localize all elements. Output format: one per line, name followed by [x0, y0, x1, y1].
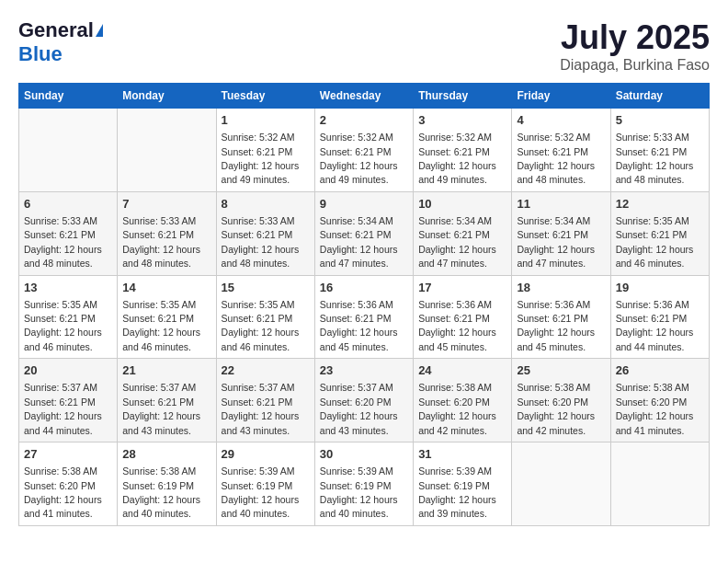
day-number: 9	[320, 196, 408, 213]
day-info: Sunrise: 5:32 AM Sunset: 6:21 PM Dayligh…	[320, 132, 398, 185]
calendar-day-cell: 4Sunrise: 5:32 AM Sunset: 6:21 PM Daylig…	[512, 109, 610, 192]
calendar-day-cell: 23Sunrise: 5:37 AM Sunset: 6:20 PM Dayli…	[314, 359, 413, 442]
weekday-header: Thursday	[414, 84, 512, 109]
calendar-header-row: SundayMondayTuesdayWednesdayThursdayFrid…	[19, 84, 710, 109]
calendar-day-cell: 8Sunrise: 5:33 AM Sunset: 6:21 PM Daylig…	[216, 191, 314, 275]
day-number: 21	[122, 362, 210, 379]
day-number: 18	[517, 280, 605, 296]
page-title: July 2025	[560, 18, 710, 57]
day-number: 27	[24, 446, 112, 463]
weekday-header: Tuesday	[216, 84, 314, 109]
page-location: Diapaga, Burkina Faso	[560, 57, 710, 74]
day-number: 6	[24, 196, 112, 213]
day-number: 31	[418, 446, 506, 463]
day-number: 28	[122, 446, 210, 463]
day-number: 8	[222, 196, 310, 213]
calendar-day-cell: 28Sunrise: 5:38 AM Sunset: 6:19 PM Dayli…	[118, 442, 216, 526]
calendar-day-cell: 2Sunrise: 5:32 AM Sunset: 6:21 PM Daylig…	[314, 109, 413, 192]
day-info: Sunrise: 5:33 AM Sunset: 6:21 PM Dayligh…	[24, 215, 102, 269]
weekday-header: Saturday	[610, 84, 709, 109]
day-number: 3	[418, 112, 506, 129]
day-info: Sunrise: 5:37 AM Sunset: 6:21 PM Dayligh…	[122, 382, 200, 435]
day-number: 11	[517, 196, 605, 213]
day-info: Sunrise: 5:38 AM Sunset: 6:19 PM Dayligh…	[122, 465, 200, 519]
calendar-day-cell	[19, 109, 118, 192]
calendar-day-cell: 6Sunrise: 5:33 AM Sunset: 6:21 PM Daylig…	[19, 191, 118, 275]
day-number: 25	[517, 362, 605, 379]
calendar-day-cell: 24Sunrise: 5:38 AM Sunset: 6:20 PM Dayli…	[414, 359, 512, 442]
calendar-day-cell: 9Sunrise: 5:34 AM Sunset: 6:21 PM Daylig…	[314, 191, 413, 275]
calendar-day-cell: 5Sunrise: 5:33 AM Sunset: 6:21 PM Daylig…	[610, 109, 709, 192]
calendar-week-row: 20Sunrise: 5:37 AM Sunset: 6:21 PM Dayli…	[19, 359, 710, 442]
day-info: Sunrise: 5:35 AM Sunset: 6:21 PM Dayligh…	[24, 299, 102, 352]
calendar-day-cell: 20Sunrise: 5:37 AM Sunset: 6:21 PM Dayli…	[19, 359, 118, 442]
day-info: Sunrise: 5:36 AM Sunset: 6:21 PM Dayligh…	[320, 299, 398, 352]
calendar-day-cell: 1Sunrise: 5:32 AM Sunset: 6:21 PM Daylig…	[216, 109, 314, 192]
day-info: Sunrise: 5:37 AM Sunset: 6:21 PM Dayligh…	[222, 382, 300, 435]
calendar-day-cell: 27Sunrise: 5:38 AM Sunset: 6:20 PM Dayli…	[19, 442, 118, 526]
day-number: 4	[517, 112, 605, 129]
calendar-week-row: 13Sunrise: 5:35 AM Sunset: 6:21 PM Dayli…	[19, 275, 710, 359]
day-info: Sunrise: 5:38 AM Sunset: 6:20 PM Dayligh…	[616, 382, 694, 435]
logo-blue: Blue	[18, 42, 63, 66]
calendar-day-cell: 31Sunrise: 5:39 AM Sunset: 6:19 PM Dayli…	[414, 442, 512, 526]
day-number: 19	[616, 280, 704, 296]
day-number: 10	[418, 196, 506, 213]
day-number: 24	[418, 362, 506, 379]
day-info: Sunrise: 5:36 AM Sunset: 6:21 PM Dayligh…	[517, 299, 595, 352]
day-info: Sunrise: 5:37 AM Sunset: 6:21 PM Dayligh…	[24, 382, 102, 435]
day-info: Sunrise: 5:33 AM Sunset: 6:21 PM Dayligh…	[616, 132, 694, 185]
day-number: 17	[418, 280, 506, 296]
day-number: 5	[616, 112, 704, 129]
day-number: 23	[320, 362, 408, 379]
day-info: Sunrise: 5:32 AM Sunset: 6:21 PM Dayligh…	[517, 132, 595, 185]
calendar-day-cell	[512, 442, 610, 526]
calendar-body: 1Sunrise: 5:32 AM Sunset: 6:21 PM Daylig…	[19, 109, 710, 526]
weekday-header: Sunday	[19, 84, 118, 109]
calendar-day-cell	[610, 442, 709, 526]
calendar-day-cell: 13Sunrise: 5:35 AM Sunset: 6:21 PM Dayli…	[19, 275, 118, 359]
day-info: Sunrise: 5:39 AM Sunset: 6:19 PM Dayligh…	[418, 465, 496, 519]
calendar-table: SundayMondayTuesdayWednesdayThursdayFrid…	[18, 83, 710, 526]
logo-general: General	[18, 18, 94, 42]
weekday-header: Wednesday	[314, 84, 413, 109]
calendar-week-row: 27Sunrise: 5:38 AM Sunset: 6:20 PM Dayli…	[19, 442, 710, 526]
day-info: Sunrise: 5:37 AM Sunset: 6:20 PM Dayligh…	[320, 382, 398, 435]
day-number: 7	[122, 196, 210, 213]
day-info: Sunrise: 5:33 AM Sunset: 6:21 PM Dayligh…	[122, 215, 200, 269]
calendar-day-cell: 3Sunrise: 5:32 AM Sunset: 6:21 PM Daylig…	[414, 109, 512, 192]
day-number: 29	[222, 446, 310, 463]
calendar-day-cell: 21Sunrise: 5:37 AM Sunset: 6:21 PM Dayli…	[118, 359, 216, 442]
calendar-day-cell: 15Sunrise: 5:35 AM Sunset: 6:21 PM Dayli…	[216, 275, 314, 359]
day-number: 14	[122, 280, 210, 296]
calendar-day-cell: 17Sunrise: 5:36 AM Sunset: 6:21 PM Dayli…	[414, 275, 512, 359]
day-info: Sunrise: 5:33 AM Sunset: 6:21 PM Dayligh…	[222, 215, 300, 269]
logo: General Blue	[18, 18, 103, 66]
page-header: General Blue July 2025 Diapaga, Burkina …	[18, 18, 710, 74]
day-info: Sunrise: 5:36 AM Sunset: 6:21 PM Dayligh…	[418, 299, 496, 352]
day-number: 12	[616, 196, 704, 213]
day-info: Sunrise: 5:34 AM Sunset: 6:21 PM Dayligh…	[320, 215, 398, 269]
weekday-header: Monday	[118, 84, 216, 109]
calendar-day-cell: 11Sunrise: 5:34 AM Sunset: 6:21 PM Dayli…	[512, 191, 610, 275]
day-info: Sunrise: 5:32 AM Sunset: 6:21 PM Dayligh…	[418, 132, 496, 185]
calendar-week-row: 6Sunrise: 5:33 AM Sunset: 6:21 PM Daylig…	[19, 191, 710, 275]
day-number: 16	[320, 280, 408, 296]
title-area: July 2025 Diapaga, Burkina Faso	[560, 18, 710, 74]
day-info: Sunrise: 5:38 AM Sunset: 6:20 PM Dayligh…	[418, 382, 496, 435]
day-info: Sunrise: 5:34 AM Sunset: 6:21 PM Dayligh…	[517, 215, 595, 269]
day-number: 2	[320, 112, 408, 129]
calendar-day-cell: 10Sunrise: 5:34 AM Sunset: 6:21 PM Dayli…	[414, 191, 512, 275]
calendar-day-cell: 19Sunrise: 5:36 AM Sunset: 6:21 PM Dayli…	[610, 275, 709, 359]
day-info: Sunrise: 5:38 AM Sunset: 6:20 PM Dayligh…	[24, 465, 102, 519]
day-number: 13	[24, 280, 112, 296]
calendar-day-cell: 25Sunrise: 5:38 AM Sunset: 6:20 PM Dayli…	[512, 359, 610, 442]
calendar-day-cell: 26Sunrise: 5:38 AM Sunset: 6:20 PM Dayli…	[610, 359, 709, 442]
calendar-day-cell: 18Sunrise: 5:36 AM Sunset: 6:21 PM Dayli…	[512, 275, 610, 359]
day-info: Sunrise: 5:38 AM Sunset: 6:20 PM Dayligh…	[517, 382, 595, 435]
calendar-day-cell: 29Sunrise: 5:39 AM Sunset: 6:19 PM Dayli…	[216, 442, 314, 526]
day-number: 15	[222, 280, 310, 296]
day-info: Sunrise: 5:34 AM Sunset: 6:21 PM Dayligh…	[418, 215, 496, 269]
day-info: Sunrise: 5:35 AM Sunset: 6:21 PM Dayligh…	[122, 299, 200, 352]
day-info: Sunrise: 5:35 AM Sunset: 6:21 PM Dayligh…	[222, 299, 300, 352]
